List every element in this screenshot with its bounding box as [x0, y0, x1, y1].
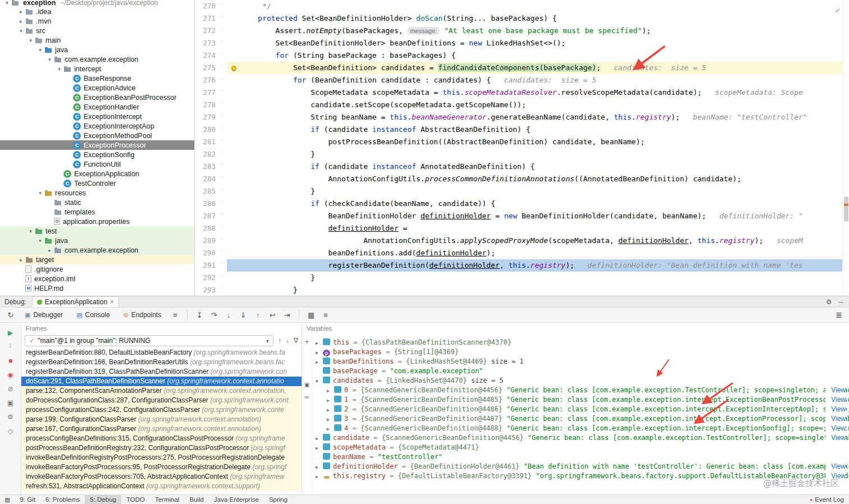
chevron-collapsed-icon[interactable]: ▸: [17, 257, 25, 263]
variable-row-3[interactable]: ▶3 = {ScannedGenericBeanDefinition@4487}…: [312, 414, 849, 424]
variable-row-basepackages[interactable]: ▶pbasePackages = {String[1]@4369}: [312, 347, 849, 357]
status-item-6-problems[interactable]: 6: Problems: [40, 495, 85, 504]
variable-row-definitionholder[interactable]: ▶definitionHolder = {BeanDefinitionHolde…: [312, 462, 849, 471]
tree-item-exceptionapplication[interactable]: CExceptionApplication: [0, 169, 194, 178]
debugger-settings-button[interactable]: ⚙: [6, 413, 16, 422]
variable-row-1[interactable]: ▶1 = {ScannedGenericBeanDefinition@4485}…: [312, 395, 849, 405]
variable-row-beanname[interactable]: beanName = "testController": [312, 452, 849, 462]
variable-row-scopemetadata[interactable]: ▶scopeMetadata = {ScopeMetadata@4471}: [312, 443, 849, 452]
variable-row-candidate[interactable]: ▶candidate = {ScannedGenericBeanDefiniti…: [312, 433, 849, 443]
mute-breakpoints-button[interactable]: ⊘: [6, 385, 16, 394]
status-item-todo[interactable]: TODO: [121, 495, 150, 504]
frame-row-12[interactable]: invokeBeanFactoryPostProcessors:95, Post…: [21, 462, 302, 472]
tree-item-exceptionsonfig[interactable]: CExceptionSonfig: [0, 150, 194, 159]
frame-row-13[interactable]: invokeBeanFactoryPostProcessors:705, Abs…: [21, 472, 302, 482]
view-breakpoints-button[interactable]: ◉: [6, 371, 16, 380]
chevron-collapsed-icon[interactable]: ▶: [316, 434, 323, 443]
tree-item-exception-iml[interactable]: Iexception.iml: [0, 274, 194, 283]
status-item-event-log[interactable]: ● Event Log: [805, 495, 849, 504]
status-item-build[interactable]: Build: [184, 495, 209, 504]
editor-line-281[interactable]: 281ˆ postProcessBeanDefinition((Abstract…: [195, 136, 849, 148]
inspections-ok-icon[interactable]: ✓: [836, 6, 840, 15]
editor-line-293[interactable]: 293ˆ }: [195, 284, 849, 296]
error-stripe-mark[interactable]: [844, 204, 848, 206]
status-item-9-git[interactable]: 9: Git: [15, 495, 40, 504]
chevron-collapsed-icon[interactable]: ▶: [316, 348, 323, 357]
step-into-icon[interactable]: ↓: [222, 311, 235, 319]
tab-endpoints[interactable]: ⊚ Endpoints: [118, 308, 167, 322]
frame-row-1[interactable]: registerBeanDefinition:166, BeanDefiniti…: [21, 358, 302, 367]
tool-window-switcher-icon[interactable]: ▦: [0, 496, 15, 503]
tree-item-resources[interactable]: ▾resources: [0, 188, 194, 198]
chevron-collapsed-icon[interactable]: ▸: [17, 9, 25, 15]
tree-item-intercept[interactable]: ▾intercept: [0, 64, 194, 74]
debug-session-tab[interactable]: ExceptionApplication ×: [32, 296, 119, 307]
editor-line-277[interactable]: 277ˆ ScopeMetadata scopeMetadata = this.…: [195, 86, 849, 99]
drop-frame-icon[interactable]: ↩: [266, 311, 279, 319]
variable-row-basepackage[interactable]: basePackage = "com.example.exception": [312, 366, 849, 376]
editor-line-279[interactable]: 279ˆ String beanName = this.beanNameGene…: [195, 111, 849, 123]
editor-line-278[interactable]: 278ˆ candidate.setScope(scopeMetadata.ge…: [195, 99, 849, 111]
editor-line-274[interactable]: 274ˆ for (String basePackage : basePacka…: [195, 49, 849, 62]
chevron-expanded-icon[interactable]: ▾: [27, 38, 34, 43]
tree-item-com-example-exception[interactable]: ▸com.example.exception: [0, 245, 194, 255]
editor-line-286[interactable]: 286ˆ if (checkCandidate(beanName, candid…: [195, 198, 849, 210]
frame-row-9[interactable]: processConfigBeanDefinitions:315, Config…: [21, 434, 302, 443]
frame-row-6[interactable]: processConfigurationClass:242, Configura…: [21, 405, 302, 415]
add-watch-button[interactable]: +: [305, 338, 309, 346]
editor-line-275[interactable]: 275ˆ Set<BeanDefinition> candidates = fi…: [195, 62, 849, 74]
editor-line-283[interactable]: 283ˆ if (candidate instanceof AnnotatedB…: [195, 161, 849, 173]
view-link[interactable]: View: [825, 462, 846, 471]
tree-item-testcontroler[interactable]: CTestControler: [0, 178, 194, 188]
chevron-collapsed-icon[interactable]: ▶: [327, 386, 334, 395]
gear-icon[interactable]: ⚙: [826, 298, 832, 306]
watches-icon[interactable]: ∞: [305, 393, 309, 400]
status-item-5-debug[interactable]: 5: Debug: [85, 495, 121, 504]
tree-item-help-md[interactable]: MHELP.md: [0, 283, 194, 293]
tree-item-baseresponse[interactable]: CBaseResponse: [0, 74, 194, 83]
status-item-java-enterprise[interactable]: Java Enterprise: [209, 495, 264, 504]
chevron-expanded-icon[interactable]: ▾: [17, 28, 25, 34]
chevron-expanded-icon[interactable]: ▾: [56, 66, 63, 72]
editor-line-287[interactable]: 287ˆ BeanDefinitionHolder definitionHold…: [195, 210, 849, 222]
tree-item-static[interactable]: static: [0, 198, 194, 207]
chevron-collapsed-icon[interactable]: ▶: [316, 358, 323, 366]
tab-debugger[interactable]: ▣ Debugger: [19, 308, 69, 322]
tree-item-exceptioninterceptaop[interactable]: CExceptionInterceptAop: [0, 121, 194, 131]
editor-line-272[interactable]: 272ˆ Assert.notEmpty(basePackages, messa…: [195, 25, 849, 37]
chevron-collapsed-icon[interactable]: ▶: [316, 472, 323, 481]
frame-row-3[interactable]: doScan:291, ClassPathBeanDefinitionScann…: [21, 377, 302, 386]
view-link[interactable]: View: [825, 414, 846, 424]
chevron-collapsed-icon[interactable]: ▶: [327, 405, 334, 414]
pin-tab-button[interactable]: ◇: [6, 427, 16, 436]
frame-row-14[interactable]: refresh:531, AbstractApplicationContext …: [21, 482, 302, 491]
variable-row-this[interactable]: ▶this = {ClassPathBeanDefinitionScanner@…: [312, 338, 849, 347]
tree-item-test[interactable]: ▾test: [0, 226, 194, 236]
force-step-into-icon[interactable]: ⇓: [237, 311, 249, 319]
tree-item-exceptionmethodpool[interactable]: CExceptionMethodPool: [0, 131, 194, 140]
tree-item-exceptionintercept[interactable]: CExceptionIntercept: [0, 112, 194, 121]
tree-item-exceptionadvice[interactable]: CExceptionAdvice: [0, 83, 194, 93]
duplicate-view-icon[interactable]: ▣: [304, 382, 309, 388]
editor-scrollbar[interactable]: [842, 0, 849, 296]
chevron-collapsed-icon[interactable]: ▸: [17, 19, 25, 24]
status-item-spring[interactable]: Spring: [264, 495, 293, 504]
chevron-collapsed-icon[interactable]: ▶: [327, 424, 334, 433]
tree-item-java[interactable]: ▾java: [0, 45, 194, 54]
intention-bulb-icon[interactable]: [227, 62, 240, 74]
variable-row-4[interactable]: ▶4 = {ScannedGenericBeanDefinition@4488}…: [312, 424, 849, 433]
hide-frames-filter-icon[interactable]: ∇: [294, 337, 298, 345]
tree-item-exceptionprocessor[interactable]: CExceptionProcessor: [0, 140, 194, 150]
chevron-collapsed-icon[interactable]: ▶: [327, 415, 334, 424]
editor-line-276[interactable]: 276ˆ for (BeanDefinition candidate : can…: [195, 74, 849, 86]
chevron-collapsed-icon[interactable]: ▶: [316, 443, 323, 452]
tree-item-com-example-exception[interactable]: ▾com.example.exception: [0, 54, 194, 64]
editor-line-282[interactable]: 282ˆ }: [195, 148, 849, 161]
chevron-expanded-icon[interactable]: ▾: [36, 47, 44, 53]
chevron-collapsed-icon[interactable]: ▶: [316, 462, 323, 471]
chevron-collapsed-icon[interactable]: ▶: [316, 338, 323, 347]
chevron-collapsed-icon[interactable]: ▶: [327, 396, 334, 405]
chevron-collapsed-icon[interactable]: ▸: [46, 248, 53, 253]
chevron-expanded-icon[interactable]: ▾: [36, 238, 44, 244]
resume-button[interactable]: ▶: [6, 329, 16, 338]
